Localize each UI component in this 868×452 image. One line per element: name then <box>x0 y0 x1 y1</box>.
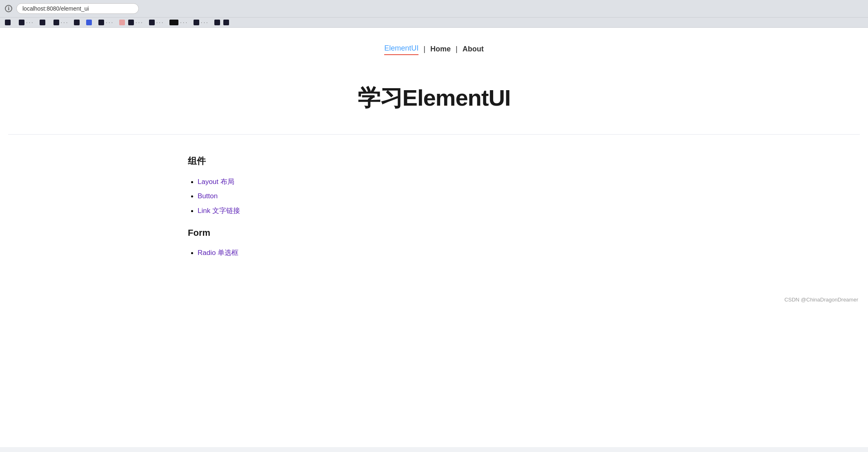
bookmark-icon <box>194 20 199 25</box>
bookmark-label: · · · <box>61 20 68 25</box>
bookmark-label: · · · <box>136 20 142 25</box>
list-item: Link 文字链接 <box>198 206 490 215</box>
button-link[interactable]: Button <box>198 192 218 200</box>
components-list: Layout 布局 Button Link 文字链接 <box>188 177 490 215</box>
browser-chrome: ℹ localhost:8080/element_ui <box>0 0 868 18</box>
bookmark-item[interactable]: · · · <box>194 20 208 25</box>
bookmark-icon <box>214 20 220 25</box>
bookmark-item[interactable] <box>40 20 47 25</box>
layout-link[interactable]: Layout 布局 <box>198 178 234 186</box>
bookmarks-bar: · · · · · · · · · · · · · · · · · · · · … <box>0 18 868 28</box>
bookmark-item[interactable]: · · · <box>19 20 33 25</box>
content-section: 组件 Layout 布局 Button Link 文字链接 Form Radio… <box>0 135 490 290</box>
main-nav: ElementUI | Home | About <box>0 28 868 66</box>
bookmark-icon <box>5 20 11 25</box>
bookmark-item[interactable] <box>86 20 92 25</box>
bookmark-icon <box>223 20 229 25</box>
bookmark-icon <box>169 20 178 25</box>
bookmark-label: · · · <box>180 20 187 25</box>
bookmark-label: · · · <box>156 20 163 25</box>
page-footer: CSDN @ChinaDragonDreamer <box>0 290 868 309</box>
bookmark-icon <box>74 20 80 25</box>
bookmark-icon <box>19 20 24 25</box>
nav-link-about[interactable]: About <box>463 45 484 53</box>
components-heading: 组件 <box>188 155 490 167</box>
bookmark-item[interactable] <box>214 20 229 25</box>
radio-link[interactable]: Radio 单选框 <box>198 249 238 257</box>
bookmark-icon <box>98 20 104 25</box>
link-link[interactable]: Link 文字链接 <box>198 207 240 215</box>
bookmark-item[interactable]: · · · <box>169 20 187 25</box>
bookmark-label: · · · <box>26 20 33 25</box>
form-heading: Form <box>188 228 490 238</box>
bookmark-item[interactable]: · · · <box>149 20 163 25</box>
list-item: Button <box>198 192 490 200</box>
bookmark-item[interactable]: · · · <box>98 20 113 25</box>
bookmark-item[interactable] <box>5 20 12 25</box>
bookmark-icon <box>40 20 45 25</box>
bookmark-item[interactable]: · · · <box>119 20 142 25</box>
address-bar[interactable]: localhost:8080/element_ui <box>16 3 139 14</box>
bookmark-icon <box>119 20 125 25</box>
bookmark-label: · · · <box>201 20 208 25</box>
bookmark-icon <box>128 20 134 25</box>
bookmark-label: · · · <box>106 20 113 25</box>
hero-section: 学习ElementUI <box>0 66 868 134</box>
list-item: Layout 布局 <box>198 177 490 186</box>
bookmark-item[interactable] <box>74 20 80 25</box>
nav-link-elementui[interactable]: ElementUI <box>384 44 418 54</box>
bookmark-item[interactable]: · · · <box>53 20 68 25</box>
hero-title: 学习ElementUI <box>358 83 511 114</box>
info-icon: ℹ <box>5 5 12 12</box>
list-item: Radio 单选框 <box>198 248 490 257</box>
nav-separator-1: | <box>423 45 425 53</box>
bookmark-icon <box>86 20 92 25</box>
page-content: ElementUI | Home | About 学习ElementUI 组件 … <box>0 28 868 447</box>
nav-separator-2: | <box>456 45 458 53</box>
footer-text: CSDN @ChinaDragonDreamer <box>784 297 858 303</box>
form-list: Radio 单选框 <box>188 248 490 257</box>
nav-link-home[interactable]: Home <box>430 45 451 53</box>
bookmark-icon <box>53 20 59 25</box>
bookmark-icon <box>149 20 155 25</box>
